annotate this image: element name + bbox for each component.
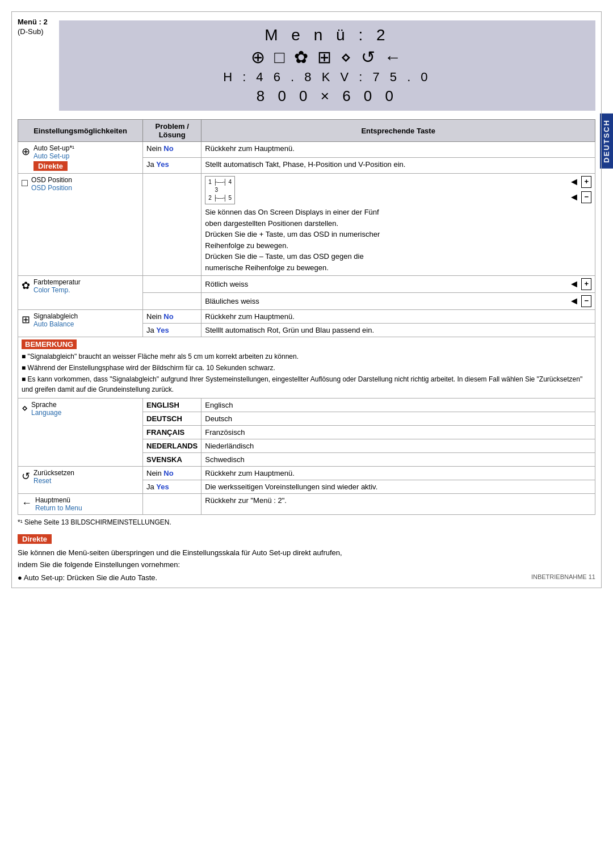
osd-pm-controls: ◄ + ◄ − xyxy=(569,176,591,203)
color-temp-setting-cell: ✿ Farbtemperatur Color Temp. xyxy=(18,276,143,310)
signal-nein-solution: Rückkehr zum Hauptmenü. xyxy=(201,310,595,324)
color-temp-icon: ✿ xyxy=(22,279,30,292)
arrow-blau-icon: ◄ xyxy=(569,295,580,307)
signal-setting-cell: ⊞ Signalabgleich Auto Balance xyxy=(18,310,143,337)
page-info: INBETRIEBNAHME 11 xyxy=(531,573,595,580)
hauptmenu-solution: Rückkehr zur "Menü : 2". xyxy=(201,494,595,515)
footnote: *¹ Siehe Seite 13 BILDSCHIRMEINSTELLUNGE… xyxy=(18,518,595,526)
direkte-line2: indem Sie die folgende Einstellungen vor… xyxy=(18,560,180,569)
lang-sv-name: Schwedisch xyxy=(201,453,595,467)
lang-nl-name: Niederländisch xyxy=(201,439,595,453)
menu-label-top: Menü : 2 xyxy=(18,18,48,26)
color-temp-roetlich-solution: Rötlich weiss ◄ + xyxy=(201,276,595,293)
signal-no-label: No xyxy=(163,312,173,321)
lang-english-code: ENGLISH xyxy=(143,399,201,412)
hauptmenu-setting-cell: ← Hauptmenü Return to Menu xyxy=(18,494,143,515)
col-header-solution: Entsprechende Taste xyxy=(201,120,595,142)
deutsch-label: DEUTSCH xyxy=(602,119,611,163)
remark-p1: ■ "Signalabgleich" braucht an weisser Fl… xyxy=(22,351,591,362)
direkte-line1: Sie können die Menü-seiten überspringen … xyxy=(18,548,342,557)
plus-color-btn[interactable]: + xyxy=(581,278,591,290)
signal-icon: ⊞ xyxy=(22,313,30,326)
osd-setting-cell: □ OSD Position OSD Position xyxy=(18,174,143,276)
hauptmenu-sub: Return to Menu xyxy=(35,504,82,512)
ja-label: Ja xyxy=(146,160,156,169)
auto-setup-nein-val: Nein No xyxy=(143,142,201,158)
col-header-setting: Einstellungsmöglichkeiten xyxy=(18,120,143,142)
color-temp-blau-value xyxy=(143,293,201,310)
table-row-reset-nein: ↺ Zurücksetzen Reset Nein No Rückkehr zu… xyxy=(18,467,595,480)
table-row-signal-nein: ⊞ Signalabgleich Auto Balance Nein No Rü… xyxy=(18,310,595,324)
hauptmenu-value-cell xyxy=(143,494,201,515)
reset-nein-val: Nein No xyxy=(143,467,201,480)
direkte-badge-section: Direkte xyxy=(18,534,52,544)
auto-setup-ja-val: Ja Yes xyxy=(143,158,201,174)
auto-setup-ja-solution: Stellt automatisch Takt, Phase, H-Positi… xyxy=(201,158,595,174)
minus-color-btn[interactable]: − xyxy=(581,295,591,307)
lang-sub: Language xyxy=(31,409,61,417)
hauptmenu-icon: ← xyxy=(22,497,32,509)
col-header-problem: Problem / Lösung xyxy=(143,120,201,142)
signal-nein-val: Nein No xyxy=(143,310,201,324)
table-row-lang-english: ⋄ Sprache Language ENGLISH Englisch xyxy=(18,399,595,412)
signal-yes-label: Yes xyxy=(156,326,169,334)
blau-text: Bläuliches weiss xyxy=(205,297,259,305)
main-table: Einstellungsmöglichkeiten Problem / Lösu… xyxy=(18,119,595,515)
table-row-hauptmenu: ← Hauptmenü Return to Menu Rückkehr zur … xyxy=(18,494,595,515)
osd-solution-cell: 1 ├---┤ 4 3 2 ├---┤ 5 Sie können das On … xyxy=(201,174,595,276)
lang-francais-name: Französisch xyxy=(201,426,595,439)
lang-name: Sprache xyxy=(31,401,61,409)
table-row-color-temp-roetlich: ✿ Farbtemperatur Color Temp. Rötlich wei… xyxy=(18,276,595,293)
auto-setup-nein-solution: Rückkehr zum Hauptmenü. xyxy=(201,142,595,158)
minus-btn[interactable]: − xyxy=(581,191,591,203)
remark-cell: BEMERKUNG ■ "Signalabgleich" braucht an … xyxy=(18,337,595,399)
auto-setup-name: Auto Set-up*¹ xyxy=(33,144,74,152)
signal-name: Signalabgleich xyxy=(33,312,78,320)
reset-name: Zurücksetzen xyxy=(33,469,74,477)
remark-text: ■ "Signalabgleich" braucht an weisser Fl… xyxy=(22,351,591,395)
osd-value-cell xyxy=(143,174,201,276)
signal-sub: Auto Balance xyxy=(33,320,78,328)
auto-setup-sub: Auto Set-up xyxy=(33,152,74,160)
remark-header: BEMERKUNG xyxy=(22,339,77,349)
nein-label: Nein xyxy=(146,144,163,153)
direkte-text1: Sie können die Menü-seiten überspringen … xyxy=(18,547,595,571)
table-row-remark: BEMERKUNG ■ "Signalabgleich" braucht an … xyxy=(18,337,595,399)
freq-row: H : 4 6 . 8 K V : 7 5 . 0 xyxy=(59,70,595,85)
remark-p3: ■ Es kann vorkommen, dass "Signalabgleic… xyxy=(22,374,591,395)
bullet-auto-setup: ● Auto Set-up: Drücken Sie die Auto Tast… xyxy=(18,573,595,582)
lang-deutsch-code: DEUTSCH xyxy=(143,412,201,426)
table-row-osd: □ OSD Position OSD Position 1 ├---┤ 4 xyxy=(18,174,595,276)
reset-sub: Reset xyxy=(33,477,74,485)
lang-nl-code: NEDERLANDS xyxy=(143,439,201,453)
bullet-text: ● Auto Set-up: Drücken Sie die Auto Tast… xyxy=(18,573,157,582)
lang-deutsch-name: Deutsch xyxy=(201,412,595,426)
menu-header-box: M e n ü : 2 ⊕ □ ✿ ⊞ ⋄ ↺ ← H : 4 6 . 8 K … xyxy=(59,20,595,111)
arrow-roetlich-icon: ◄ xyxy=(569,278,580,290)
osd-icon: □ xyxy=(22,177,28,189)
menu-title: M e n ü : 2 xyxy=(59,26,595,44)
plus-btn[interactable]: + xyxy=(581,176,591,187)
color-temp-value-cell xyxy=(143,276,201,293)
no-label: No xyxy=(163,144,173,153)
reset-setting-cell: ↺ Zurücksetzen Reset xyxy=(18,467,143,494)
osd-diagram: 1 ├---┤ 4 3 2 ├---┤ 5 xyxy=(205,176,235,204)
roetlich-text: Rötlich weiss xyxy=(205,280,248,288)
osd-solution-text: Sie können das On Screen Displays in ein… xyxy=(205,207,380,273)
lang-setting-cell: ⋄ Sprache Language xyxy=(18,399,143,467)
dsub-label: (D-Sub) xyxy=(18,27,48,36)
auto-setup-setting-cell: ⊕ Auto Set-up*¹ Auto Set-up Direkte xyxy=(18,142,143,174)
color-temp-name: Farbtemperatur xyxy=(33,278,81,286)
osd-name: OSD Position xyxy=(31,176,72,184)
reset-nein-solution: Rückkehr zum Hauptmenü. xyxy=(201,467,595,480)
deutsch-sidebar: DEUTSCH xyxy=(600,114,613,169)
color-temp-blau-solution: Bläuliches weiss ◄ − xyxy=(201,293,595,310)
color-temp-sub: Color Temp. xyxy=(33,286,81,294)
page-wrapper: Menü : 2 (D-Sub) M e n ü : 2 ⊕ □ ✿ ⊞ ⋄ ↺… xyxy=(11,11,602,588)
res-row: 8 0 0 × 6 0 0 xyxy=(59,87,595,105)
yes-label: Yes xyxy=(156,160,169,169)
reset-icon: ↺ xyxy=(22,470,30,483)
direkte-badge-auto: Direkte xyxy=(33,161,68,171)
direkte-section: Direkte Sie können die Menü-seiten übers… xyxy=(18,533,595,582)
lang-english-name: Englisch xyxy=(201,399,595,412)
